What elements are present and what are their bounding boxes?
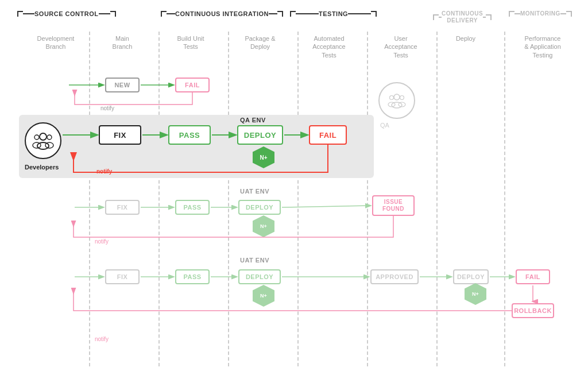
fix-box-row4: FIX <box>105 269 140 284</box>
phase-monitoring: MONITORING <box>509 10 572 17</box>
bracket-right <box>371 11 377 17</box>
col-deploy: Deploy <box>446 34 486 42</box>
new-box-row1: NEW <box>105 78 140 92</box>
col-perf-testing: Performance& ApplicationTesting <box>514 34 571 59</box>
svg-point-10 <box>47 135 52 140</box>
phase-label: CONTINUOUS INTEGRATION <box>175 10 269 17</box>
arrows-svg <box>0 0 588 375</box>
bracket-left <box>17 11 23 17</box>
fix-box-row3: FIX <box>105 200 140 215</box>
bracket-right <box>486 14 492 20</box>
col-build-unit: Build UnitTests <box>165 34 216 51</box>
bracket-right <box>566 11 572 17</box>
col-package-deploy: Package &Deploy <box>234 34 286 51</box>
col-auto-acceptance: AutomatedAcceptanceTests <box>303 34 355 59</box>
qa-label: QA <box>380 122 389 129</box>
svg-point-9 <box>33 142 41 148</box>
svg-point-1 <box>392 102 402 108</box>
nginx-logo-row4: N+ <box>253 285 274 307</box>
svg-point-6 <box>40 133 47 140</box>
bracket-left <box>161 11 167 17</box>
line <box>99 13 110 14</box>
col-sep-2 <box>158 32 160 366</box>
qa-row-highlight <box>19 115 374 178</box>
notify-label-row1: notify <box>100 105 114 111</box>
phase-label: CONTINUOUSDELIVERY <box>442 10 483 24</box>
phase-ci: CONTINUOUS INTEGRATION <box>161 10 283 17</box>
svg-point-8 <box>34 135 39 140</box>
deploy-box-row2: DEPLOY <box>237 125 283 145</box>
svg-point-0 <box>394 94 400 100</box>
col-user-acceptance: UserAcceptanceTests <box>372 34 430 59</box>
issue-found-box: ISSUEFOUND <box>372 195 415 216</box>
phase-testing: TESTING <box>290 10 377 17</box>
notify-label-row4: notify <box>95 336 109 342</box>
col-dev-branch: DevelopmentBranch <box>30 34 82 51</box>
col-sep-3 <box>228 32 229 366</box>
nginx-logo-row3: N+ <box>253 215 274 237</box>
col-main-branch: MainBranch <box>96 34 148 51</box>
line <box>167 13 175 14</box>
fail-box-row4: FAIL <box>516 269 550 284</box>
line <box>296 13 319 14</box>
svg-point-7 <box>37 142 49 149</box>
phase-label: TESTING <box>319 10 348 17</box>
notify-label-row2: notify <box>96 168 112 175</box>
line <box>23 13 34 14</box>
rollback-box-row4: ROLLBACK <box>512 303 554 318</box>
developers-label: Developers <box>25 164 59 171</box>
nginx-logo-row4-deploy: N+ <box>465 283 486 305</box>
uat-env-label-row4: UAT ENV <box>240 257 269 264</box>
phase-source-control: SOURCE CONTROL <box>17 10 116 17</box>
nginx-hex-row2: N+ <box>253 146 274 168</box>
uat-env-label-row3: UAT ENV <box>240 188 269 195</box>
deploy-box-row3: DEPLOY <box>238 200 281 215</box>
line <box>560 13 566 14</box>
phase-label: MONITORING <box>520 10 560 17</box>
fix-box-row2: FIX <box>99 125 141 145</box>
col-sep-4 <box>297 32 299 366</box>
qa-env-label: QA ENV <box>240 117 266 123</box>
col-sep-1 <box>89 32 90 366</box>
developers-people-icon <box>25 122 61 159</box>
svg-point-11 <box>45 142 53 148</box>
line <box>514 13 520 14</box>
deploy2-box-row4: DEPLOY <box>453 269 489 284</box>
col-sep-5 <box>367 32 368 366</box>
approved-box-row4: APPROVED <box>370 269 419 284</box>
nginx-hex-row3: N+ <box>253 215 274 237</box>
phase-label: SOURCE CONTROL <box>34 10 99 17</box>
nginx-hex-row4-deploy: N+ <box>465 283 486 305</box>
line <box>348 13 371 14</box>
deploy-box-row4: DEPLOY <box>238 269 281 284</box>
svg-point-2 <box>390 96 394 100</box>
bracket-left <box>509 11 514 17</box>
col-sep-7 <box>504 32 505 366</box>
nginx-hex-row4: N+ <box>253 285 274 307</box>
svg-point-4 <box>400 96 404 100</box>
bracket-left <box>433 14 439 20</box>
fail-box-row1: FAIL <box>175 78 210 92</box>
fail-box-row2: FAIL <box>309 125 347 145</box>
pass-box-row4: PASS <box>175 269 210 284</box>
notify-label-row3: notify <box>95 238 109 245</box>
line <box>269 13 277 14</box>
diagram-container: SOURCE CONTROL CONTINUOUS INTEGRATION TE… <box>0 0 588 375</box>
col-sep-6 <box>436 32 438 366</box>
bracket-right <box>277 11 283 17</box>
bracket-right <box>110 11 116 17</box>
pass-box-row3: PASS <box>175 200 210 215</box>
svg-line-21 <box>282 206 370 207</box>
bracket-left <box>290 11 296 17</box>
nginx-logo-row2: N+ <box>253 146 274 168</box>
phase-cd: CONTINUOUSDELIVERY <box>433 10 492 24</box>
qa-people-icon <box>378 82 415 119</box>
pass-box-row2: PASS <box>168 125 211 145</box>
